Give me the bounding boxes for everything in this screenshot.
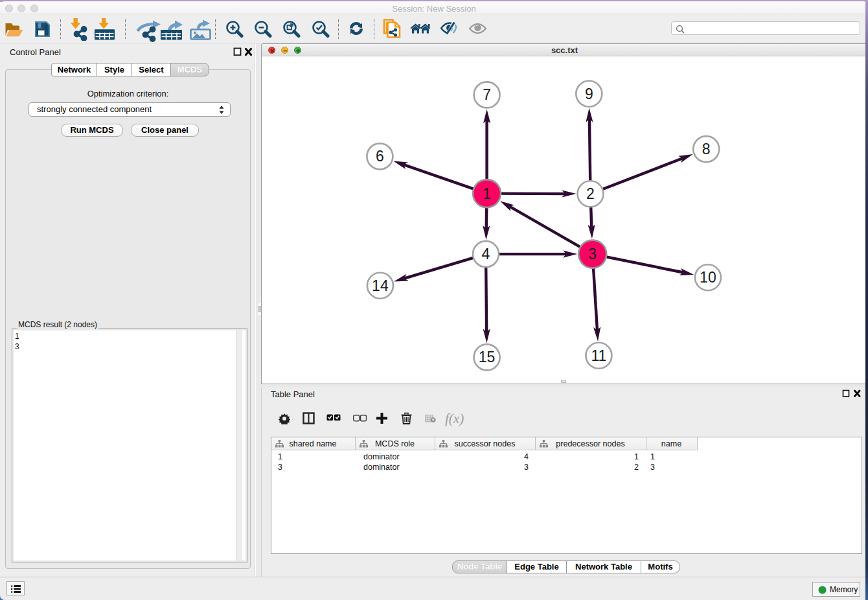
svg-text:14: 14 xyxy=(372,277,389,294)
svg-text:7: 7 xyxy=(483,86,491,103)
svg-text:4: 4 xyxy=(482,246,490,262)
svg-text:1: 1 xyxy=(483,185,491,202)
svg-text:10: 10 xyxy=(700,269,716,286)
svg-text:11: 11 xyxy=(591,347,606,364)
svg-text:3: 3 xyxy=(588,246,597,262)
svg-text:2: 2 xyxy=(586,185,595,202)
svg-text:6: 6 xyxy=(376,148,384,165)
svg-text:9: 9 xyxy=(585,86,593,102)
svg-text:8: 8 xyxy=(702,141,711,157)
svg-text:15: 15 xyxy=(479,349,496,365)
